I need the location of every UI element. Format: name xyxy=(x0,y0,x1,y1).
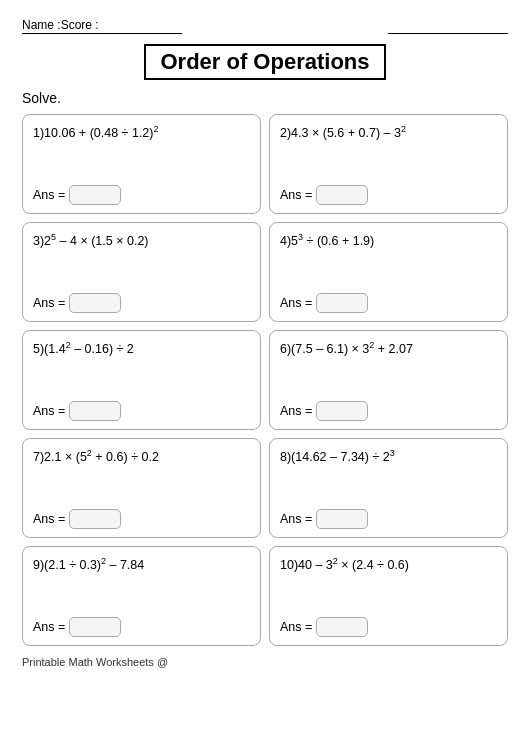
problem-expression-10: 10)40 – 32 × (2.4 ÷ 0.6) xyxy=(280,555,497,575)
problem-expression-6: 6)(7.5 – 6.1) × 32 + 2.07 xyxy=(280,339,497,359)
problem-card-10: 10)40 – 32 × (2.4 ÷ 0.6)Ans = xyxy=(269,546,508,646)
page-title: Order of Operations xyxy=(144,44,385,80)
ans-box-2[interactable] xyxy=(316,185,368,205)
ans-row-7: Ans = xyxy=(33,509,250,529)
ans-row-5: Ans = xyxy=(33,401,250,421)
ans-box-8[interactable] xyxy=(316,509,368,529)
header-row: Name :Score : xyxy=(22,18,508,34)
ans-box-3[interactable] xyxy=(69,293,121,313)
problem-card-6: 6)(7.5 – 6.1) × 32 + 2.07Ans = xyxy=(269,330,508,430)
ans-label-8: Ans = xyxy=(280,512,312,526)
ans-box-10[interactable] xyxy=(316,617,368,637)
problem-card-4: 4)53 ÷ (0.6 + 1.9)Ans = xyxy=(269,222,508,322)
ans-box-9[interactable] xyxy=(69,617,121,637)
problem-card-7: 7)2.1 × (52 + 0.6) ÷ 0.2Ans = xyxy=(22,438,261,538)
problem-expression-4: 4)53 ÷ (0.6 + 1.9) xyxy=(280,231,497,251)
ans-label-9: Ans = xyxy=(33,620,65,634)
name-score-label: Name :Score : xyxy=(22,18,182,34)
ans-row-1: Ans = xyxy=(33,185,250,205)
ans-box-1[interactable] xyxy=(69,185,121,205)
problem-expression-3: 3)25 – 4 × (1.5 × 0.2) xyxy=(33,231,250,251)
ans-row-9: Ans = xyxy=(33,617,250,637)
ans-label-1: Ans = xyxy=(33,188,65,202)
solve-label: Solve. xyxy=(22,90,508,106)
ans-box-5[interactable] xyxy=(69,401,121,421)
problem-expression-7: 7)2.1 × (52 + 0.6) ÷ 0.2 xyxy=(33,447,250,467)
ans-label-6: Ans = xyxy=(280,404,312,418)
problem-card-9: 9)(2.1 ÷ 0.3)2 – 7.84Ans = xyxy=(22,546,261,646)
ans-box-6[interactable] xyxy=(316,401,368,421)
ans-row-10: Ans = xyxy=(280,617,497,637)
problem-expression-8: 8)(14.62 – 7.34) ÷ 23 xyxy=(280,447,497,467)
problem-expression-9: 9)(2.1 ÷ 0.3)2 – 7.84 xyxy=(33,555,250,575)
ans-label-4: Ans = xyxy=(280,296,312,310)
problems-grid: 1)10.06 + (0.48 ÷ 1.2)2Ans =2)4.3 × (5.6… xyxy=(22,114,508,646)
ans-label-7: Ans = xyxy=(33,512,65,526)
ans-box-7[interactable] xyxy=(69,509,121,529)
ans-label-2: Ans = xyxy=(280,188,312,202)
problem-expression-1: 1)10.06 + (0.48 ÷ 1.2)2 xyxy=(33,123,250,143)
problem-expression-2: 2)4.3 × (5.6 + 0.7) – 32 xyxy=(280,123,497,143)
ans-row-3: Ans = xyxy=(33,293,250,313)
problem-card-3: 3)25 – 4 × (1.5 × 0.2)Ans = xyxy=(22,222,261,322)
problem-card-1: 1)10.06 + (0.48 ÷ 1.2)2Ans = xyxy=(22,114,261,214)
ans-label-10: Ans = xyxy=(280,620,312,634)
ans-row-2: Ans = xyxy=(280,185,497,205)
problem-card-8: 8)(14.62 – 7.34) ÷ 23Ans = xyxy=(269,438,508,538)
problem-card-2: 2)4.3 × (5.6 + 0.7) – 32Ans = xyxy=(269,114,508,214)
ans-label-5: Ans = xyxy=(33,404,65,418)
title-box: Order of Operations xyxy=(22,44,508,80)
ans-row-6: Ans = xyxy=(280,401,497,421)
footer: Printable Math Worksheets @ xyxy=(22,656,508,668)
problem-card-5: 5)(1.42 – 0.16) ÷ 2Ans = xyxy=(22,330,261,430)
ans-label-3: Ans = xyxy=(33,296,65,310)
date-line xyxy=(388,32,508,34)
ans-row-4: Ans = xyxy=(280,293,497,313)
ans-box-4[interactable] xyxy=(316,293,368,313)
ans-row-8: Ans = xyxy=(280,509,497,529)
problem-expression-5: 5)(1.42 – 0.16) ÷ 2 xyxy=(33,339,250,359)
